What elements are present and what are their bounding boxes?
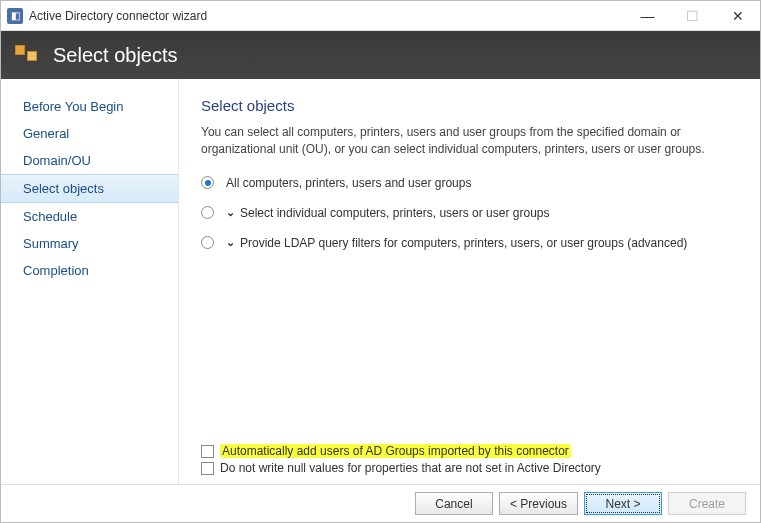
sidebar-item-label: General bbox=[23, 126, 69, 141]
checkbox-icon bbox=[201, 445, 214, 458]
next-button[interactable]: Next > bbox=[584, 492, 662, 515]
page-description: You can select all computers, printers, … bbox=[201, 124, 736, 158]
page-heading: Select objects bbox=[201, 97, 736, 114]
radio-all-objects[interactable]: All computers, printers, users and user … bbox=[201, 176, 736, 190]
wizard-steps-sidebar: Before You Begin General Domain/OU Selec… bbox=[1, 79, 179, 484]
sidebar-item-schedule[interactable]: Schedule bbox=[1, 203, 178, 230]
wizard-body: Before You Begin General Domain/OU Selec… bbox=[1, 79, 760, 484]
close-button[interactable]: ✕ bbox=[715, 1, 760, 31]
sidebar-item-select-objects[interactable]: Select objects bbox=[1, 174, 178, 203]
cancel-button[interactable]: Cancel bbox=[415, 492, 493, 515]
wizard-banner: Select objects bbox=[1, 31, 760, 79]
chevron-down-icon: ⌄ bbox=[226, 236, 235, 249]
sidebar-item-general[interactable]: General bbox=[1, 120, 178, 147]
bottom-options: Automatically add users of AD Groups imp… bbox=[201, 438, 736, 478]
selection-mode-group: All computers, printers, users and user … bbox=[201, 176, 736, 266]
checkbox-label: Do not write null values for properties … bbox=[220, 461, 601, 475]
previous-button[interactable]: < Previous bbox=[499, 492, 578, 515]
banner-title: Select objects bbox=[53, 44, 178, 67]
sidebar-item-label: Before You Begin bbox=[23, 99, 123, 114]
radio-label: Select individual computers, printers, u… bbox=[240, 206, 549, 220]
checkbox-icon bbox=[201, 462, 214, 475]
radio-select-individual[interactable]: ⌄ Select individual computers, printers,… bbox=[201, 206, 736, 220]
radio-icon bbox=[201, 176, 214, 189]
radio-label: Provide LDAP query filters for computers… bbox=[240, 236, 687, 250]
sidebar-item-before-you-begin[interactable]: Before You Begin bbox=[1, 93, 178, 120]
app-icon: ◧ bbox=[7, 8, 23, 24]
radio-icon bbox=[201, 236, 214, 249]
sidebar-item-label: Schedule bbox=[23, 209, 77, 224]
sidebar-item-completion[interactable]: Completion bbox=[1, 257, 178, 284]
sidebar-item-label: Domain/OU bbox=[23, 153, 91, 168]
window-title: Active Directory connector wizard bbox=[29, 9, 625, 23]
radio-label: All computers, printers, users and user … bbox=[226, 176, 471, 190]
sidebar-item-label: Completion bbox=[23, 263, 89, 278]
checkbox-label: Automatically add users of AD Groups imp… bbox=[220, 444, 571, 458]
create-button: Create bbox=[668, 492, 746, 515]
sidebar-item-label: Select objects bbox=[23, 181, 104, 196]
checkbox-auto-add-users[interactable]: Automatically add users of AD Groups imp… bbox=[201, 444, 736, 458]
checkbox-no-null-values[interactable]: Do not write null values for properties … bbox=[201, 461, 736, 475]
radio-icon bbox=[201, 206, 214, 219]
sidebar-item-summary[interactable]: Summary bbox=[1, 230, 178, 257]
radio-ldap-query[interactable]: ⌄ Provide LDAP query filters for compute… bbox=[201, 236, 736, 250]
wizard-footer: Cancel < Previous Next > Create bbox=[1, 484, 760, 522]
minimize-button[interactable]: — bbox=[625, 1, 670, 31]
wizard-content: Select objects You can select all comput… bbox=[179, 79, 760, 484]
objects-icon bbox=[15, 45, 43, 65]
sidebar-item-domain-ou[interactable]: Domain/OU bbox=[1, 147, 178, 174]
sidebar-item-label: Summary bbox=[23, 236, 79, 251]
chevron-down-icon: ⌄ bbox=[226, 206, 235, 219]
titlebar: ◧ Active Directory connector wizard — ☐ … bbox=[1, 1, 760, 31]
maximize-button[interactable]: ☐ bbox=[670, 1, 715, 31]
